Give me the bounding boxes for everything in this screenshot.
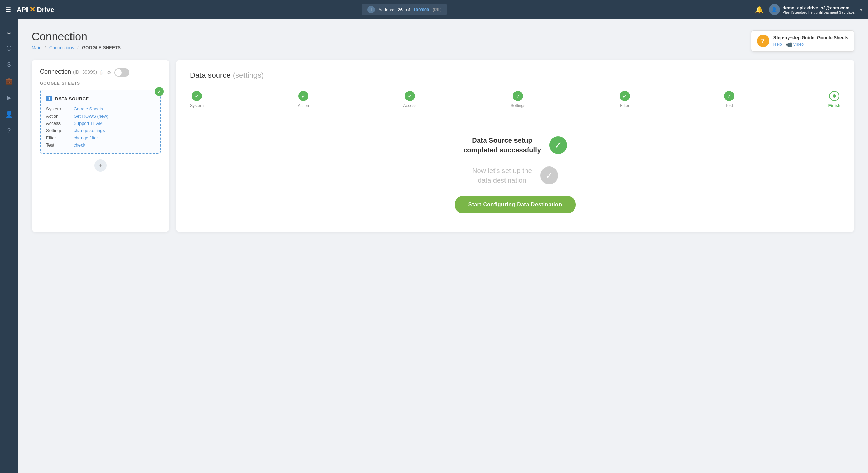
- avatar: 👤: [769, 4, 780, 15]
- step-action: ✓ Action: [298, 91, 309, 108]
- row-label-system: System: [46, 106, 74, 111]
- breadcrumb-connections[interactable]: Connections: [49, 45, 74, 50]
- step-label-access: Access: [403, 103, 416, 108]
- row-label-access: Access: [46, 121, 74, 126]
- connector-5: [630, 96, 724, 96]
- left-panel: Connection (ID: 39399) 📋 ⚙ GOOGLE SHEETS…: [32, 60, 169, 232]
- row-value-system[interactable]: Google Sheets: [74, 106, 103, 111]
- step-access: ✓ Access: [403, 91, 416, 108]
- guide-title: Step-by-step Guide: Google Sheets: [773, 35, 848, 40]
- next-step-text: Now let's set up the data destination: [472, 166, 532, 185]
- sidebar-item-home[interactable]: ⌂: [2, 25, 16, 39]
- row-label-test: Test: [46, 142, 74, 148]
- step-label-settings: Settings: [511, 103, 525, 108]
- card-row-system: System Google Sheets: [46, 106, 155, 111]
- guide-content: Step-by-step Guide: Google Sheets Help 📹…: [773, 35, 848, 47]
- card-row-action: Action Get ROWS (new): [46, 114, 155, 119]
- connector-3: [416, 96, 511, 96]
- step-test: ✓ Test: [724, 91, 734, 108]
- step-circle-finish: [829, 91, 839, 101]
- row-value-action[interactable]: Get ROWS (new): [74, 114, 108, 119]
- card-rows: System Google Sheets Action Get ROWS (ne…: [46, 106, 155, 148]
- user-plan: Plan |Standard| left until payment 375 d…: [783, 10, 855, 14]
- card-row-test: Test check: [46, 142, 155, 148]
- sidebar-item-billing[interactable]: $: [2, 58, 16, 72]
- settings-icon[interactable]: ⚙: [107, 70, 111, 75]
- breadcrumb: Main / Connections / GOOGLE SHEETS: [32, 45, 121, 50]
- row-label-action: Action: [46, 114, 74, 119]
- page-title: Connection: [32, 30, 121, 43]
- card-title: DATA SOURCE: [55, 96, 89, 101]
- actions-label: Actions:: [378, 7, 394, 12]
- stepper: ✓ System ✓ Action ✓ Access ✓ Settings: [190, 91, 840, 108]
- step-label-action: Action: [298, 103, 309, 108]
- hamburger-icon[interactable]: ☰: [6, 6, 11, 13]
- step-circle-system: ✓: [192, 91, 202, 101]
- sidebar-item-briefcase[interactable]: 💼: [2, 74, 16, 88]
- actions-badge: i Actions: 26 of 100'000 (0%): [362, 4, 447, 15]
- guide-question-icon[interactable]: ?: [757, 35, 769, 47]
- page-header: Connection Main / Connections / GOOGLE S…: [32, 30, 854, 52]
- logo: API✕Drive: [17, 5, 54, 14]
- start-configuring-button[interactable]: Start Configuring Data Destination: [455, 196, 576, 213]
- card-row-settings: Settings change settings: [46, 128, 155, 133]
- video-icon: 📹: [786, 42, 792, 47]
- card-row-access: Access Support TEAM: [46, 121, 155, 126]
- row-value-access[interactable]: Support TEAM: [74, 121, 103, 126]
- logo-api: API: [17, 6, 28, 14]
- chevron-down-icon[interactable]: ▾: [860, 7, 862, 12]
- guide-video-link[interactable]: 📹 Video: [786, 42, 804, 47]
- step-filter: ✓ Filter: [620, 91, 630, 108]
- add-destination-button[interactable]: +: [94, 159, 107, 172]
- right-panel-title: Data source (settings): [190, 71, 840, 80]
- actions-of: of: [406, 7, 410, 12]
- row-value-test[interactable]: check: [74, 142, 85, 148]
- guide-box: ? Step-by-step Guide: Google Sheets Help…: [751, 30, 854, 52]
- step-circle-action: ✓: [298, 91, 308, 101]
- main-content: Connection Main / Connections / GOOGLE S…: [18, 19, 868, 473]
- sidebar-item-user[interactable]: 👤: [2, 107, 16, 121]
- card-row-filter: Filter change filter: [46, 135, 155, 140]
- connector-6: [734, 96, 828, 96]
- card-check-icon: ✓: [155, 87, 164, 96]
- panel-header: Connection (ID: 39399) 📋 ⚙: [40, 68, 161, 77]
- step-finish: Finish: [828, 91, 840, 108]
- step-label-filter: Filter: [620, 103, 629, 108]
- connection-title: Connection (ID: 39399): [40, 68, 97, 75]
- guide-help-link[interactable]: Help: [773, 42, 782, 47]
- connector-4: [525, 96, 620, 96]
- row-value-settings[interactable]: change settings: [74, 128, 105, 133]
- data-source-card: ✓ 1 DATA SOURCE System Google Sheets Act…: [40, 90, 161, 154]
- panel-icons: 📋 ⚙: [99, 70, 111, 75]
- top-navigation: ☰ API✕Drive i Actions: 26 of 100'000 (0%…: [0, 0, 868, 19]
- card-header: 1 DATA SOURCE: [46, 96, 155, 101]
- actions-limit: 100'000: [413, 7, 429, 12]
- success-text: Data Source setup completed successfully: [463, 136, 541, 155]
- success-row-1: Data Source setup completed successfully…: [463, 136, 567, 155]
- sidebar-item-play[interactable]: ▶: [2, 91, 16, 105]
- step-label-system: System: [190, 103, 204, 108]
- next-step-check-icon: ✓: [540, 166, 558, 184]
- step-circle-access: ✓: [405, 91, 415, 101]
- copy-icon[interactable]: 📋: [99, 70, 105, 75]
- step-settings: ✓ Settings: [511, 91, 525, 108]
- connection-toggle[interactable]: [114, 68, 129, 77]
- sidebar-item-help[interactable]: ?: [2, 124, 16, 138]
- guide-video-text[interactable]: Video: [793, 42, 804, 47]
- step-label-test: Test: [725, 103, 733, 108]
- sidebar-item-flows[interactable]: ⬡: [2, 41, 16, 55]
- success-section: Data Source setup completed successfully…: [190, 129, 840, 220]
- user-section: 👤 demo_apix-drive_s2@com.com Plan |Stand…: [769, 4, 855, 15]
- connector-2: [309, 96, 403, 96]
- logo-drive: Drive: [37, 6, 54, 14]
- bell-icon[interactable]: 🔔: [755, 6, 763, 14]
- breadcrumb-main[interactable]: Main: [32, 45, 41, 50]
- info-icon: i: [367, 6, 375, 13]
- step-circle-settings: ✓: [513, 91, 523, 101]
- row-value-filter[interactable]: change filter: [74, 135, 98, 140]
- connector-1: [204, 96, 298, 96]
- guide-links: Help 📹 Video: [773, 42, 848, 47]
- panels: Connection (ID: 39399) 📋 ⚙ GOOGLE SHEETS…: [32, 60, 854, 232]
- card-number: 1: [46, 96, 52, 101]
- sidebar: ⌂ ⬡ $ 💼 ▶ 👤 ?: [0, 19, 18, 473]
